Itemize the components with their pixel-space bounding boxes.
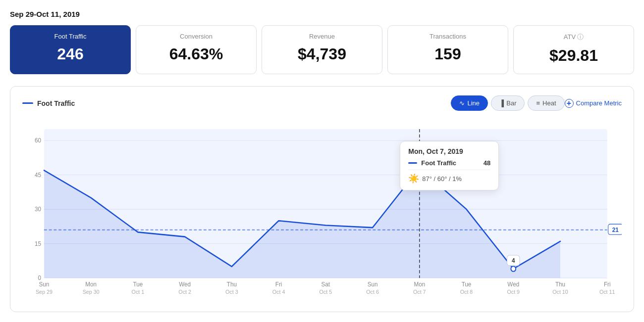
kpi-value-revenue: $4,739 — [271, 45, 373, 63]
svg-text:Fri: Fri — [604, 280, 611, 288]
tooltip-metric-row: Foot Traffic 48 — [408, 159, 490, 167]
kpi-label-conversion: Conversion — [145, 33, 247, 40]
chart-controls: Foot Traffic ∿Line▐Bar≡Heat + Compare Me… — [22, 95, 622, 111]
weather-value: 87° / 60° / 1% — [422, 175, 462, 183]
svg-text:Thu: Thu — [555, 280, 565, 288]
chart-type-btn-line[interactable]: ∿Line — [451, 95, 488, 111]
svg-text:Oct 11: Oct 11 — [599, 288, 615, 294]
kpi-label-foot-traffic: Foot Traffic — [19, 33, 121, 40]
svg-text:4: 4 — [512, 257, 515, 264]
svg-text:45: 45 — [35, 171, 41, 179]
kpi-value-conversion: 64.63% — [145, 45, 247, 63]
chart-legend: Foot Traffic — [22, 99, 451, 107]
svg-text:Tue: Tue — [133, 280, 143, 288]
date-range: Sep 29-Oct 11, 2019 — [10, 10, 634, 18]
svg-text:Oct 6: Oct 6 — [366, 288, 379, 294]
bar-icon: ▐ — [499, 99, 504, 107]
svg-text:15: 15 — [35, 240, 41, 247]
svg-text:Mon: Mon — [85, 280, 97, 288]
compare-metric-button[interactable]: + Compare Metric — [565, 99, 622, 108]
kpi-help-icon: ⓘ — [577, 33, 584, 41]
kpi-label-revenue: Revenue — [271, 33, 373, 40]
svg-text:Oct 8: Oct 8 — [460, 288, 473, 294]
svg-text:Sun: Sun — [368, 280, 378, 288]
svg-text:30: 30 — [35, 206, 41, 213]
svg-text:Thu: Thu — [227, 280, 237, 288]
tooltip-line-icon — [408, 162, 417, 164]
kpi-value-transactions: 159 — [397, 45, 499, 63]
svg-text:Wed: Wed — [507, 280, 519, 288]
svg-text:Oct 3: Oct 3 — [225, 288, 238, 294]
svg-point-18 — [511, 266, 516, 272]
svg-text:Oct 10: Oct 10 — [552, 288, 568, 294]
svg-text:Oct 7: Oct 7 — [413, 288, 426, 294]
chart-container: Foot Traffic ∿Line▐Bar≡Heat + Compare Me… — [10, 86, 634, 312]
tooltip-metric-value: 48 — [483, 159, 490, 167]
tooltip-weather-row: ☀️ 87° / 60° / 1% — [408, 173, 490, 184]
kpi-card-transactions[interactable]: Transactions 159 — [387, 25, 508, 74]
kpi-card-atv[interactable]: ATVⓘ $29.81 — [513, 25, 634, 74]
kpi-label-atv: ATVⓘ — [523, 33, 625, 42]
line-label: Line — [467, 99, 480, 107]
chart-type-btn-heat[interactable]: ≡Heat — [528, 95, 564, 111]
line-icon: ∿ — [459, 99, 465, 107]
svg-text:Mon: Mon — [414, 280, 425, 288]
svg-text:Sep 29: Sep 29 — [36, 288, 53, 294]
kpi-value-foot-traffic: 246 — [19, 45, 121, 63]
heat-label: Heat — [542, 99, 556, 107]
kpi-value-atv: $29.81 — [523, 46, 625, 65]
svg-text:Oct 9: Oct 9 — [507, 288, 520, 294]
tooltip-date: Mon, Oct 7, 2019 — [408, 147, 490, 155]
tooltip-metric-name: Foot Traffic — [421, 159, 480, 167]
chart-area: 01530456021484SunSep 29MonSep 30TueOct 1… — [22, 119, 622, 307]
svg-text:Fri: Fri — [275, 280, 282, 288]
svg-text:Oct 4: Oct 4 — [272, 288, 285, 294]
legend-line-icon — [22, 102, 33, 104]
svg-text:Tue: Tue — [462, 280, 472, 288]
tooltip-divider — [408, 170, 490, 170]
svg-text:Sun: Sun — [39, 280, 50, 288]
kpi-card-revenue[interactable]: Revenue $4,739 — [262, 25, 382, 74]
compare-plus-icon: + — [565, 99, 574, 108]
kpi-label-transactions: Transactions — [397, 33, 499, 40]
svg-text:Sat: Sat — [322, 280, 330, 288]
svg-text:Oct 2: Oct 2 — [178, 288, 191, 294]
heat-icon: ≡ — [536, 99, 540, 107]
chart-type-btn-bar[interactable]: ▐Bar — [491, 95, 525, 111]
kpi-card-conversion[interactable]: Conversion 64.63% — [136, 25, 257, 74]
compare-label: Compare Metric — [576, 99, 622, 107]
svg-text:Oct 5: Oct 5 — [320, 288, 332, 294]
kpi-card-foot-traffic[interactable]: Foot Traffic 246 — [10, 25, 131, 74]
legend-label: Foot Traffic — [37, 99, 75, 107]
kpi-row: Foot Traffic 246 Conversion 64.63% Reven… — [10, 25, 634, 74]
svg-text:Sep 30: Sep 30 — [83, 288, 100, 294]
svg-text:60: 60 — [35, 137, 41, 144]
tooltip-box: Mon, Oct 7, 2019 Foot Traffic 48 ☀️ 87° … — [400, 141, 499, 190]
svg-text:Wed: Wed — [179, 280, 191, 288]
bar-label: Bar — [506, 99, 516, 107]
svg-text:Oct 1: Oct 1 — [132, 288, 145, 294]
svg-text:21: 21 — [612, 227, 619, 234]
sun-icon: ☀️ — [408, 173, 419, 184]
chart-type-buttons: ∿Line▐Bar≡Heat — [451, 95, 564, 111]
